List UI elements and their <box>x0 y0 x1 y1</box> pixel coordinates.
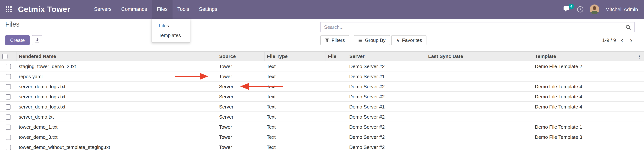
column-header-file[interactable]: File <box>326 51 347 61</box>
row-checkbox[interactable] <box>6 135 11 140</box>
menu-item-commands[interactable]: Commands <box>116 0 152 19</box>
cell-file[interactable] <box>326 91 347 102</box>
group-by-button[interactable]: Group By <box>354 35 390 45</box>
menu-item-files[interactable]: Files <box>152 0 172 19</box>
table-row[interactable]: server_demo.txt Server Text Demo Server … <box>0 112 644 122</box>
table-row[interactable]: staging_tower_demo_2.txt Tower Text Demo… <box>0 61 644 71</box>
table-row[interactable]: tower_demo_1.txt Tower Text Demo Server … <box>0 122 644 132</box>
user-avatar[interactable] <box>590 4 599 14</box>
cell-server[interactable]: Demo Server #2 <box>347 132 426 142</box>
cell-rendered-name[interactable]: server_demo_logs.txt <box>16 91 217 102</box>
row-checkbox[interactable] <box>6 64 11 69</box>
cell-rendered-name[interactable]: server_demo_logs.txt <box>16 81 217 91</box>
cell-file[interactable] <box>326 102 347 112</box>
activity-clock-button[interactable] <box>577 6 584 13</box>
cell-server[interactable]: Demo Server #2 <box>347 122 426 132</box>
cell-file-type[interactable]: Text <box>264 132 326 142</box>
table-row[interactable]: server_demo_logs.txt Server Text Demo Se… <box>0 91 644 102</box>
cell-server[interactable]: Demo Server #1 <box>347 102 426 112</box>
cell-last-sync-date[interactable] <box>426 71 532 81</box>
table-row[interactable]: tower_demo_without_template_staging.txt … <box>0 142 644 152</box>
cell-template[interactable] <box>532 142 634 152</box>
cell-last-sync-date[interactable] <box>426 142 532 152</box>
cell-source[interactable]: Server <box>217 91 264 102</box>
cell-source[interactable]: Tower <box>217 61 264 71</box>
cell-source[interactable]: Server <box>217 102 264 112</box>
cell-source[interactable]: Tower <box>217 71 264 81</box>
table-row[interactable]: repos.yaml Tower Text Demo Server #1 <box>0 71 644 81</box>
row-checkbox[interactable] <box>6 74 11 79</box>
row-checkbox[interactable] <box>6 114 11 120</box>
cell-template[interactable]: Demo File Template 4 <box>532 102 634 112</box>
cell-rendered-name[interactable]: tower_demo_without_template_staging.txt <box>16 142 217 152</box>
pager-previous-icon[interactable]: ‹ <box>619 37 625 44</box>
user-menu[interactable]: Mitchell Admin <box>605 6 638 12</box>
column-header-server[interactable]: Server <box>347 51 426 61</box>
cell-file-type[interactable]: Text <box>264 71 326 81</box>
cell-file-type[interactable]: Text <box>264 122 326 132</box>
apps-grid-icon[interactable] <box>4 4 14 14</box>
cell-file-type[interactable]: Text <box>264 102 326 112</box>
dropdown-item-files[interactable]: Files <box>152 21 190 31</box>
row-checkbox[interactable] <box>6 94 11 99</box>
cell-file[interactable] <box>326 81 347 91</box>
cell-file[interactable] <box>326 61 347 71</box>
cell-source[interactable]: Tower <box>217 122 264 132</box>
row-checkbox[interactable] <box>6 145 11 150</box>
cell-server[interactable]: Demo Server #2 <box>347 112 426 122</box>
pager-next-icon[interactable]: › <box>628 37 634 44</box>
chat-messages-button[interactable]: 4 <box>563 6 571 13</box>
cell-last-sync-date[interactable] <box>426 61 532 71</box>
table-row[interactable]: server_demo_logs.txt Server Text Demo Se… <box>0 81 644 91</box>
cell-server[interactable]: Demo Server #2 <box>347 142 426 152</box>
cell-file-type[interactable]: Text <box>264 112 326 122</box>
column-header-last-sync-date[interactable]: Last Sync Date <box>426 51 532 61</box>
cell-server[interactable]: Demo Server #2 <box>347 91 426 102</box>
cell-last-sync-date[interactable] <box>426 122 532 132</box>
cell-template[interactable]: Demo File Template 2 <box>532 61 634 71</box>
cell-rendered-name[interactable]: tower_demo_1.txt <box>16 122 217 132</box>
cell-source[interactable]: Server <box>217 81 264 91</box>
cell-file-type[interactable]: Text <box>264 61 326 71</box>
cell-file[interactable] <box>326 112 347 122</box>
cell-rendered-name[interactable]: server_demo.txt <box>16 112 217 122</box>
cell-file[interactable] <box>326 71 347 81</box>
cell-template[interactable]: Demo File Template 1 <box>532 122 634 132</box>
column-header-template[interactable]: Template <box>532 51 634 61</box>
cell-template[interactable]: Demo File Template 3 <box>532 132 634 142</box>
row-checkbox[interactable] <box>6 104 11 110</box>
cell-server[interactable]: Demo Server #1 <box>347 71 426 81</box>
cell-source[interactable]: Server <box>217 112 264 122</box>
cell-rendered-name[interactable]: server_demo_logs.txt <box>16 102 217 112</box>
cell-last-sync-date[interactable] <box>426 112 532 122</box>
cell-file-type[interactable]: Text <box>264 142 326 152</box>
row-checkbox[interactable] <box>6 84 11 89</box>
cell-template[interactable]: Demo File Template 4 <box>532 91 634 102</box>
table-row[interactable]: tower_demo_3.txt Tower Text Demo Server … <box>0 132 644 142</box>
cell-file-type[interactable]: Text <box>264 91 326 102</box>
menu-item-settings[interactable]: Settings <box>194 0 222 19</box>
cell-last-sync-date[interactable] <box>426 91 532 102</box>
row-checkbox[interactable] <box>6 125 11 130</box>
cell-last-sync-date[interactable] <box>426 102 532 112</box>
cell-rendered-name[interactable]: tower_demo_3.txt <box>16 132 217 142</box>
cell-last-sync-date[interactable] <box>426 81 532 91</box>
cell-file[interactable] <box>326 132 347 142</box>
favorites-button[interactable]: ★ Favorites <box>391 35 426 45</box>
cell-file[interactable] <box>326 142 347 152</box>
column-header-rendered-name[interactable]: Rendered Name <box>16 51 217 61</box>
cell-template[interactable]: Demo File Template 4 <box>532 81 634 91</box>
column-toggle-icon[interactable]: ⋮ <box>634 51 644 61</box>
filters-button[interactable]: Filters <box>320 35 350 45</box>
app-brand-title[interactable]: Cetmix Tower <box>18 5 70 14</box>
cell-file[interactable] <box>326 122 347 132</box>
cell-template[interactable] <box>532 112 634 122</box>
cell-template[interactable] <box>532 71 634 81</box>
cell-server[interactable]: Demo Server #2 <box>347 81 426 91</box>
cell-source[interactable]: Tower <box>217 132 264 142</box>
menu-item-tools[interactable]: Tools <box>172 0 194 19</box>
cell-rendered-name[interactable]: staging_tower_demo_2.txt <box>16 61 217 71</box>
table-row[interactable]: server_demo_logs.txt Server Text Demo Se… <box>0 102 644 112</box>
dropdown-item-templates[interactable]: Templates <box>152 31 190 40</box>
cell-server[interactable]: Demo Server #2 <box>347 61 426 71</box>
